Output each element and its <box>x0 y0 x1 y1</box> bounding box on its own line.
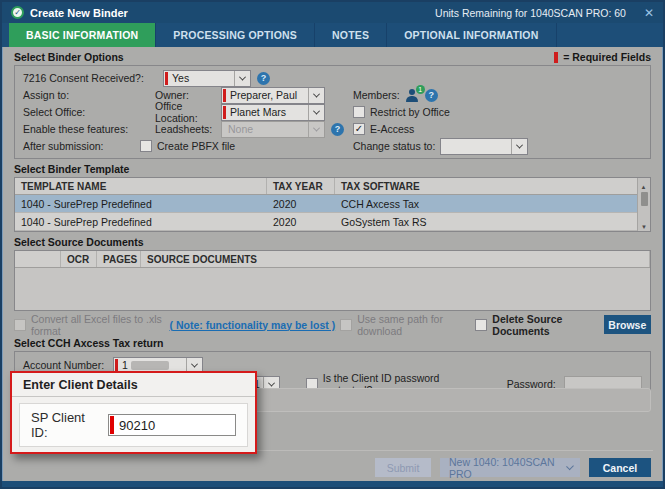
binder-template-table: TEMPLATE NAME TAX YEAR TAX SOFTWARE 1040… <box>14 177 651 232</box>
new-1040-dropdown-button[interactable]: New 1040: 1040SCAN PRO <box>440 458 580 477</box>
scroll-up-icon[interactable]: ▲ <box>641 184 647 190</box>
scroll-down-icon[interactable]: ▼ <box>641 224 647 230</box>
same-path-label: Use same path for download <box>357 313 466 337</box>
source-documents-empty-body <box>15 268 650 310</box>
popup-body: SP Client ID: <box>19 403 248 447</box>
office-location-select[interactable]: Planet Mars <box>221 104 325 121</box>
footer-buttons: Submit New 1040: 1040SCAN PRO Cancel <box>375 458 651 477</box>
col-tax-software: TAX SOFTWARE <box>335 178 650 194</box>
binder-template-header: TEMPLATE NAME TAX YEAR TAX SOFTWARE <box>15 178 650 195</box>
assign-to-label: Assign to: <box>23 89 155 101</box>
redacted-text-blob <box>131 361 169 370</box>
template-row-selected[interactable]: 1040 - SurePrep Predefined 2020 CCH Axce… <box>15 195 650 213</box>
required-fields-legend: = Required Fields <box>554 51 651 63</box>
same-path-checkbox[interactable] <box>340 319 352 331</box>
col-tax-year: TAX YEAR <box>267 178 335 194</box>
delete-source-docs-checkbox[interactable] <box>475 319 487 331</box>
chevron-down-icon <box>566 462 574 470</box>
chevron-down-icon <box>308 105 324 120</box>
units-remaining-text: Units Remaining for 1040SCAN PRO: 60 <box>435 7 626 19</box>
leadsheets-label: Leadsheets: <box>155 123 221 135</box>
enable-features-label: Enable these features: <box>23 123 155 135</box>
create-new-binder-dialog: ✓ Create New Binder Units Remaining for … <box>0 0 665 489</box>
title-bar: ✓ Create New Binder Units Remaining for … <box>2 2 663 23</box>
account-number-label: Account Number: <box>23 359 113 371</box>
select-office-label: Select Office: <box>23 106 155 118</box>
template-scrollbar[interactable]: ▲ ▼ <box>637 178 650 231</box>
popup-title: Enter Client Details <box>12 373 255 397</box>
tab-basic-information[interactable]: BASIC INFORMATION <box>9 23 156 47</box>
tab-optional-information[interactable]: OPTIONAL INFORMATION <box>387 23 556 47</box>
convert-xls-label: Convert all Excel files to .xls format <box>31 313 164 337</box>
after-submission-label: After submission: <box>23 140 155 152</box>
chevron-down-icon <box>234 71 250 86</box>
submit-button[interactable]: Submit <box>375 458 431 477</box>
functionality-note-link[interactable]: ( Note: functionality may be lost ) <box>169 319 335 331</box>
browse-button[interactable]: Browse <box>604 315 651 334</box>
restrict-by-office-checkbox[interactable] <box>353 106 365 118</box>
members-icon[interactable]: 1 <box>405 89 420 102</box>
restrict-by-office-label: Restrict by Office <box>370 106 450 118</box>
binder-options-title: Select Binder Options <box>14 51 124 63</box>
col-ocr: OCR <box>61 251 97 267</box>
window-title: Create New Binder <box>30 7 128 19</box>
delete-source-docs-label: Delete Source Documents <box>492 313 598 337</box>
convert-xls-checkbox[interactable] <box>14 319 26 331</box>
consent-select[interactable]: Yes <box>163 70 251 87</box>
create-pbfx-label: Create PBFX file <box>157 140 235 152</box>
tax-return-title: Select CCH Axcess Tax return <box>14 337 163 349</box>
bottom-accent-strip <box>2 481 663 487</box>
binder-options-box: 7216 Consent Received?: Yes ? Assign to:… <box>14 65 651 159</box>
tab-bar: BASIC INFORMATION PROCESSING OPTIONS NOT… <box>2 23 663 47</box>
template-row[interactable]: 1040 - SurePrep Predefined 2020 GoSystem… <box>15 213 650 231</box>
owner-select[interactable]: Preparer, Paul <box>221 87 325 104</box>
source-documents-table: OCR PAGES SOURCE DOCUMENTS <box>14 250 651 311</box>
chevron-down-icon <box>308 122 324 137</box>
consent-help-icon[interactable]: ? <box>257 72 270 85</box>
eaccess-label: E-Access <box>370 123 414 135</box>
members-count-badge: 1 <box>416 85 425 94</box>
leadsheets-help-icon[interactable]: ? <box>331 123 344 136</box>
binder-template-title: Select Binder Template <box>14 163 129 175</box>
members-label: Members: <box>353 89 400 101</box>
source-documents-header: OCR PAGES SOURCE DOCUMENTS <box>15 251 650 268</box>
tab-notes[interactable]: NOTES <box>315 23 387 47</box>
source-documents-title: Select Source Documents <box>14 236 144 248</box>
create-pbfx-checkbox[interactable] <box>140 140 152 152</box>
consent-label: 7216 Consent Received?: <box>23 72 155 84</box>
sp-client-id-input[interactable] <box>108 414 236 436</box>
binder-check-icon: ✓ <box>11 6 24 19</box>
change-status-select[interactable] <box>440 138 528 155</box>
leadsheets-select[interactable]: None <box>221 121 325 138</box>
enter-client-details-popup: Enter Client Details SP Client ID: <box>10 371 257 454</box>
sp-client-id-label: SP Client ID: <box>31 410 104 440</box>
col-pages: PAGES <box>97 251 141 267</box>
required-mark-icon <box>554 52 558 63</box>
eaccess-checkbox[interactable] <box>353 123 365 135</box>
col-empty <box>15 251 61 267</box>
dialog-content: Select Binder Options = Required Fields … <box>2 47 663 398</box>
col-source-documents: SOURCE DOCUMENTS <box>141 251 650 267</box>
cancel-button[interactable]: Cancel <box>589 458 651 477</box>
close-icon[interactable]: ✕ <box>644 6 654 20</box>
scroll-thumb[interactable] <box>641 192 648 206</box>
tab-processing-options[interactable]: PROCESSING OPTIONS <box>156 23 315 47</box>
col-template-name: TEMPLATE NAME <box>15 178 267 194</box>
change-status-label: Change status to: <box>353 140 435 152</box>
chevron-down-icon <box>308 88 324 103</box>
chevron-down-icon <box>511 139 527 154</box>
source-documents-options: Convert all Excel files to .xls format (… <box>14 315 651 334</box>
members-help-icon[interactable]: ? <box>425 89 438 102</box>
